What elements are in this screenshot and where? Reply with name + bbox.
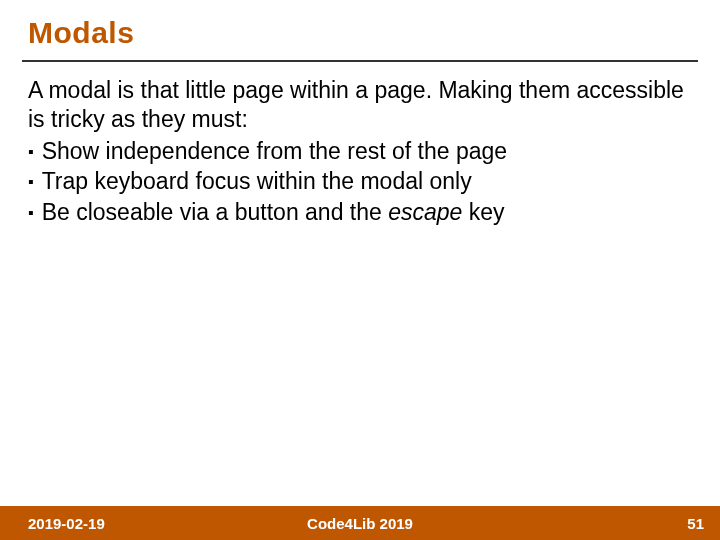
italic-word: escape: [388, 199, 462, 225]
bullet-list: ▪ Show independence from the rest of the…: [28, 137, 692, 228]
bullet-text: Be closeable via a button and the escape…: [42, 198, 505, 227]
bullet-text: Show independence from the rest of the p…: [42, 137, 507, 166]
bullet-text: Trap keyboard focus within the modal onl…: [42, 167, 472, 196]
slide: Modals A modal is that little page withi…: [0, 0, 720, 540]
list-item: ▪ Show independence from the rest of the…: [28, 137, 692, 167]
bullet-text-suffix: key: [462, 199, 504, 225]
list-item: ▪ Trap keyboard focus within the modal o…: [28, 167, 692, 197]
bullet-icon: ▪: [28, 198, 34, 228]
footer-venue: Code4Lib 2019: [307, 515, 413, 532]
slide-title: Modals: [28, 16, 692, 50]
bullet-icon: ▪: [28, 137, 34, 167]
body-content: A modal is that little page within a pag…: [0, 62, 720, 228]
footer-date: 2019-02-19: [28, 515, 105, 532]
footer-bar: 2019-02-19 Code4Lib 2019 51: [0, 506, 720, 540]
footer-page-number: 51: [687, 515, 704, 532]
intro-paragraph: A modal is that little page within a pag…: [28, 76, 692, 135]
bullet-icon: ▪: [28, 167, 34, 197]
title-block: Modals: [0, 0, 720, 54]
bullet-text-prefix: Be closeable via a button and the: [42, 199, 389, 225]
list-item: ▪ Be closeable via a button and the esca…: [28, 198, 692, 228]
